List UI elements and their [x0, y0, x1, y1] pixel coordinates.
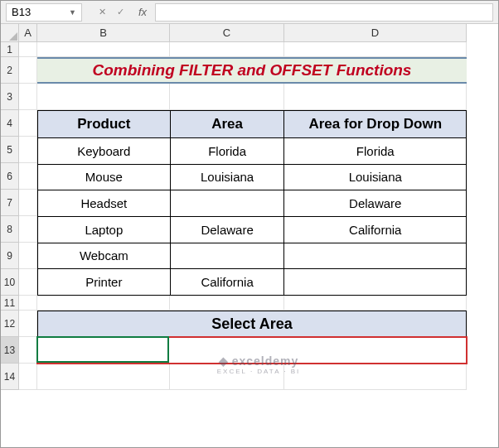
row-header-6[interactable]: 6: [1, 163, 19, 190]
watermark: ◆ exceldemy EXCEL · DATA · BI: [217, 354, 301, 375]
table-row: KeyboardFloridaFlorida: [38, 138, 467, 165]
data-table: ProductAreaArea for Drop Down KeyboardFl…: [37, 110, 467, 296]
main-grid: ABCD Combining FILTER and OFFSET Functio…: [19, 24, 498, 447]
svg-marker-0: [9, 32, 17, 41]
watermark-name: exceldemy: [232, 354, 299, 368]
row-header-9[interactable]: 9: [1, 243, 19, 269]
left-column: 1234567891011121314: [1, 24, 19, 447]
table-row: Webcam: [38, 243, 467, 269]
row-header-7[interactable]: 7: [1, 190, 19, 216]
title-banner: Combining FILTER and OFFSET Functions: [37, 57, 467, 84]
table-cell[interactable]: [170, 243, 284, 269]
row-header-13[interactable]: 13: [1, 337, 19, 364]
table-row: MouseLouisianaLouisiana: [38, 164, 467, 190]
row-header-4[interactable]: 4: [1, 110, 19, 137]
spreadsheet-grid: 1234567891011121314 ABCD Combining FILTE…: [1, 24, 498, 447]
table-cell[interactable]: Mouse: [38, 164, 171, 190]
name-box[interactable]: B13 ▼: [6, 3, 82, 22]
select-area-label: Select Area: [211, 316, 292, 333]
select-area-header: Select Area: [37, 311, 467, 337]
table-header: Area for Drop Down: [284, 111, 467, 138]
row-header-14[interactable]: 14: [1, 364, 19, 390]
column-header-a[interactable]: A: [19, 24, 37, 42]
select-all-corner[interactable]: [1, 24, 19, 42]
cells-area[interactable]: Combining FILTER and OFFSET Functions Pr…: [19, 42, 498, 390]
watermark-tag: EXCEL · DATA · BI: [217, 368, 301, 375]
table-cell[interactable]: Florida: [284, 138, 467, 165]
row-headers: 1234567891011121314: [1, 42, 19, 390]
table-cell[interactable]: Delaware: [170, 216, 284, 243]
table-header: Area: [170, 111, 284, 138]
table-cell[interactable]: Webcam: [38, 243, 171, 269]
table-cell[interactable]: Delaware: [284, 190, 467, 217]
table-row: HeadsetDelaware: [38, 190, 467, 217]
row-header-1[interactable]: 1: [1, 42, 19, 57]
table-cell[interactable]: Laptop: [38, 216, 171, 243]
table-cell[interactable]: Louisiana: [284, 164, 467, 190]
row-header-10[interactable]: 10: [1, 269, 19, 296]
column-header-d[interactable]: D: [284, 24, 467, 42]
row-header-12[interactable]: 12: [1, 311, 19, 337]
table-cell[interactable]: [284, 243, 467, 269]
title-text: Combining FILTER and OFFSET Functions: [93, 61, 412, 79]
cancel-icon: ✕: [94, 4, 110, 21]
name-box-value: B13: [12, 6, 31, 18]
table-cell[interactable]: Printer: [38, 269, 171, 296]
column-header-b[interactable]: B: [37, 24, 170, 42]
formula-bar-buttons: ✕ ✓: [94, 4, 128, 21]
formula-input[interactable]: [155, 3, 493, 22]
watermark-icon: ◆: [219, 354, 229, 368]
table-row: LaptopDelawareCalifornia: [38, 216, 467, 243]
table-cell[interactable]: [170, 190, 284, 217]
check-icon: ✓: [112, 4, 128, 21]
row-header-11[interactable]: 11: [1, 296, 19, 311]
row-header-5[interactable]: 5: [1, 137, 19, 163]
table-cell[interactable]: Headset: [38, 190, 171, 217]
column-header-c[interactable]: C: [170, 24, 284, 42]
chevron-down-icon[interactable]: ▼: [69, 8, 76, 17]
row-header-2[interactable]: 2: [1, 57, 19, 84]
table-cell[interactable]: California: [170, 269, 284, 296]
row-header-3[interactable]: 3: [1, 84, 19, 110]
table-cell[interactable]: [284, 269, 467, 296]
formula-bar-row: B13 ▼ ✕ ✓ fx: [1, 1, 498, 24]
table-cell[interactable]: Florida: [170, 138, 284, 165]
table-header: Product: [38, 111, 171, 138]
column-headers: ABCD: [19, 24, 498, 42]
table-cell[interactable]: Keyboard: [38, 138, 171, 165]
table-cell[interactable]: Louisiana: [170, 164, 284, 190]
fx-icon[interactable]: fx: [138, 6, 147, 18]
table-row: PrinterCalifornia: [38, 269, 467, 296]
table-cell[interactable]: California: [284, 216, 467, 243]
row-header-8[interactable]: 8: [1, 216, 19, 243]
